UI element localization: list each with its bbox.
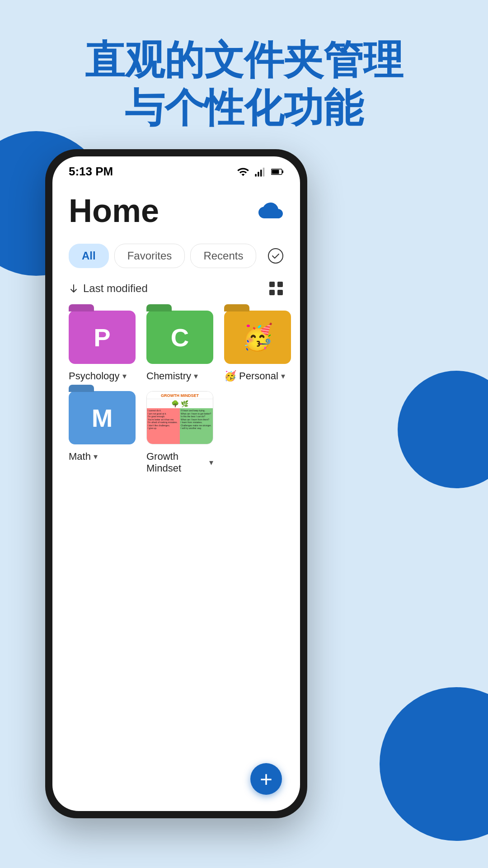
- gm-char-left: 🌳: [171, 400, 179, 407]
- signal-icon: [254, 165, 267, 178]
- gm-left-col: I cannot do it.I am not good at it.I'm g…: [147, 408, 180, 444]
- chevron-icon-personal: ▾: [281, 371, 285, 381]
- svg-rect-9: [277, 282, 283, 287]
- cloud-icon[interactable]: [258, 201, 284, 221]
- gm-right-text: I'll learn and keep trying.What can I le…: [181, 409, 212, 430]
- folders-row2: M Math ▾ GROWTH MINDSET 🌳 🌿: [69, 391, 284, 474]
- bg-circle-mid: [398, 371, 488, 488]
- folder-label-chemistry: Chemistry ▾: [146, 370, 198, 382]
- svg-rect-10: [269, 290, 275, 295]
- wifi-icon: [237, 165, 249, 178]
- tab-favorites[interactable]: Favorites: [114, 244, 185, 268]
- svg-rect-6: [272, 170, 279, 174]
- gm-char-right: 🌿: [181, 400, 188, 407]
- folder-icon-psychology: P: [69, 311, 136, 364]
- sort-arrow-icon: [69, 283, 79, 293]
- folder-label-growth-mindset: Growth Mindset ▾: [146, 451, 213, 474]
- sort-row: Last modified: [69, 281, 284, 296]
- check-circle-icon[interactable]: [267, 248, 284, 264]
- grid-view-icon[interactable]: [268, 281, 284, 296]
- folder-label-personal: 🥳 Personal ▾: [224, 370, 285, 382]
- folder-label-psychology: Psychology ▾: [69, 370, 127, 382]
- header-text: 直观的文件夹管理 与个性化功能: [0, 36, 488, 132]
- status-time: 5:13 PM: [69, 165, 113, 179]
- status-bar: 5:13 PM: [52, 156, 300, 183]
- folder-personal[interactable]: 🥳 🥳 Personal ▾: [224, 311, 291, 382]
- svg-rect-5: [282, 170, 284, 173]
- folder-icon-chemistry: C: [146, 311, 213, 364]
- growth-mindset-preview: GROWTH MINDSET 🌳 🌿 I cannot do it.I am n…: [147, 392, 213, 444]
- svg-rect-11: [277, 290, 283, 295]
- folders-row1: P Psychology ▾ C Chemistry ▾ 🥳: [69, 311, 284, 382]
- gm-right-col: I'll learn and keep trying.What can I le…: [180, 408, 213, 444]
- phone-screen: 5:13 PM: [52, 156, 300, 811]
- app-content: Home All Favorites Recents: [52, 183, 300, 483]
- svg-rect-2: [260, 170, 262, 176]
- home-header: Home: [69, 192, 284, 229]
- page-title: Home: [69, 192, 159, 229]
- folder-icon-personal: 🥳: [224, 311, 291, 364]
- folder-icon-math: M: [69, 391, 136, 444]
- gm-title: GROWTH MINDSET: [147, 392, 213, 399]
- heading-line1: 直观的文件夹管理: [85, 38, 403, 82]
- folder-growth-mindset[interactable]: GROWTH MINDSET 🌳 🌿 I cannot do it.I am n…: [146, 391, 213, 474]
- fab-add-button[interactable]: +: [250, 763, 282, 795]
- tab-recents[interactable]: Recents: [190, 244, 256, 268]
- gm-chars: 🌳 🌿: [147, 399, 213, 408]
- folder-label-math: Math ▾: [69, 451, 98, 462]
- battery-icon: [271, 165, 284, 178]
- gm-body: I cannot do it.I am not good at it.I'm g…: [147, 408, 213, 444]
- svg-rect-1: [258, 172, 259, 177]
- tab-bar: All Favorites Recents: [69, 244, 284, 268]
- svg-point-7: [268, 249, 283, 263]
- gm-left-text: I cannot do it.I am not good at it.I'm g…: [148, 409, 179, 430]
- tab-all[interactable]: All: [69, 244, 109, 268]
- bg-circle-bot: [380, 687, 488, 841]
- folder-icon-growth-mindset: GROWTH MINDSET 🌳 🌿 I cannot do it.I am n…: [146, 391, 213, 444]
- heading-line2: 与个性化功能: [125, 85, 363, 130]
- folder-emoji-personal: 🥳: [224, 370, 236, 382]
- svg-rect-8: [269, 282, 275, 287]
- folder-psychology[interactable]: P Psychology ▾: [69, 311, 136, 382]
- chevron-icon-chemistry: ▾: [194, 371, 198, 381]
- svg-rect-0: [255, 174, 257, 176]
- status-icons: [237, 165, 284, 178]
- folder-chemistry[interactable]: C Chemistry ▾: [146, 311, 213, 382]
- chevron-icon-math: ▾: [94, 452, 98, 462]
- folder-math[interactable]: M Math ▾: [69, 391, 136, 474]
- svg-rect-3: [263, 167, 265, 176]
- chevron-icon-growth-mindset: ▾: [209, 458, 213, 467]
- sort-label[interactable]: Last modified: [69, 282, 148, 295]
- phone-shell: 5:13 PM: [45, 149, 307, 818]
- chevron-icon-psychology: ▾: [122, 371, 127, 381]
